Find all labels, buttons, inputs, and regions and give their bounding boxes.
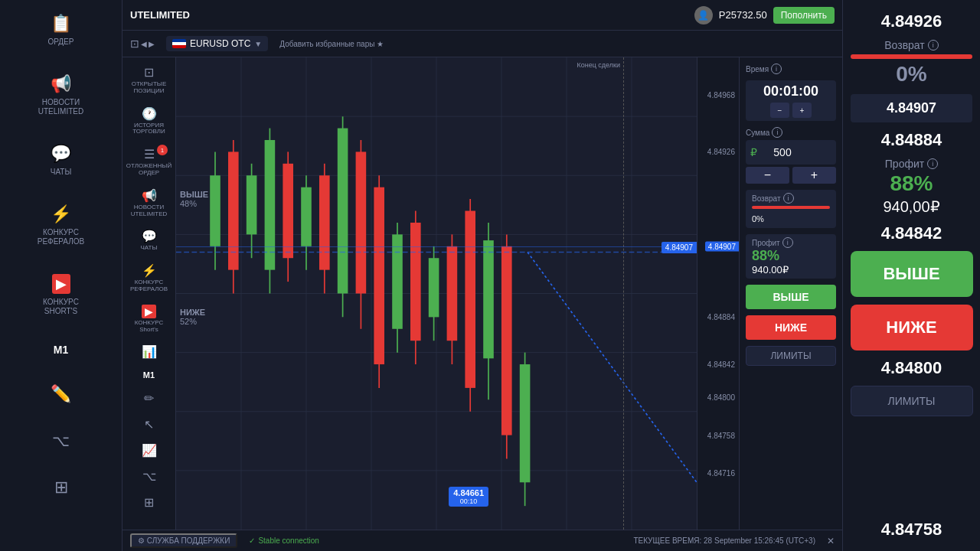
chart-drawing[interactable]: ✏ <box>122 387 175 409</box>
sidebar-item-layers[interactable]: ⊞ <box>0 471 122 504</box>
profit-info-icon: i <box>782 237 793 248</box>
price-scale-5: 4.84842 <box>707 360 735 369</box>
candles-label: Конец сделки <box>577 61 620 69</box>
chart-open-positions[interactable]: ⊡ ОТКРЫТЫЕПОЗИЦИИ <box>122 61 175 99</box>
cursor-icon: ↖ <box>144 417 154 432</box>
toolbar-nav-prev[interactable]: ◀ <box>141 40 147 48</box>
right-return-section: Возврат i 0% <box>851 39 972 86</box>
top-bar-right: 👤 P25732.50 Пополнить <box>694 6 835 24</box>
profit-percent: 88% <box>752 248 830 264</box>
chart-chats-label: ЧАТЫ <box>140 245 157 252</box>
svg-rect-35 <box>392 234 403 328</box>
right-price-panel: 4.84926 Возврат i 0% 4.84907 4.84884 Про… <box>842 0 980 551</box>
right-down-button[interactable]: НИЖЕ <box>851 305 973 350</box>
pending-wrap: ☰ ОТЛОЖЕННЫЙОРДЕР 1 <box>122 143 175 181</box>
edit-icon: ✏️ <box>51 384 71 404</box>
chart-history[interactable]: 🕐 ИСТОРИЯТОРГОВЛИ <box>122 103 175 140</box>
nizhe-text: НИЖЕ <box>180 308 205 317</box>
youtube-icon: ▶ <box>52 274 70 294</box>
chart-toolbar: ⊡ ◀ ▶ EURUSD OTC ▼ Добавить избранные па… <box>122 31 842 57</box>
price-scale-7: 4.84758 <box>707 431 735 439</box>
time-increase-btn[interactable]: + <box>792 103 812 118</box>
trade-down-button[interactable]: НИЖЕ <box>746 315 836 340</box>
price-scale-1: 4.84968 <box>707 91 735 99</box>
chart-trident[interactable]: ⌥ <box>122 465 175 487</box>
sidebar-item-trident[interactable]: ⌥ <box>0 425 122 456</box>
chart-cursor[interactable]: ↖ <box>122 413 175 435</box>
sidebar-label-chats: ЧАТЫ <box>51 168 72 177</box>
svg-rect-15 <box>210 175 220 246</box>
svg-rect-21 <box>265 140 276 270</box>
trade-up-button[interactable]: ВЫШЕ <box>746 285 836 309</box>
price-line <box>176 246 697 247</box>
right-limits-button[interactable]: ЛИМИТЫ <box>851 386 973 416</box>
return-label: Возврат i <box>752 193 830 204</box>
toolbar-icon-1[interactable]: ⊡ <box>130 37 139 50</box>
sidebar-item-competition[interactable]: ⚡ КОНКУРСРЕФЕРАЛОВ <box>0 198 122 253</box>
chart-youtube[interactable]: ▶ КОНКУРСShort's <box>122 301 175 337</box>
sidebar-item-m1[interactable]: M1 <box>0 337 122 363</box>
bottom-price-value: 4.84661 <box>453 488 484 497</box>
sidebar-item-order[interactable]: 📋 ОРДЕР <box>0 8 122 53</box>
toolbar-nav-next[interactable]: ▶ <box>149 40 155 48</box>
chart-news[interactable]: 📢 НОВОСТИUTELIMITED <box>122 184 175 222</box>
pair-dropdown-icon: ▼ <box>254 40 262 48</box>
svg-rect-23 <box>283 164 293 258</box>
chart-inner: ⊡ ОТКРЫТЫЕПОЗИЦИИ 🕐 ИСТОРИЯТОРГОВЛИ ☰ ОТ… <box>122 57 842 530</box>
pair-selector[interactable]: EURUSD OTC ▼ <box>166 36 268 51</box>
chart-canvas-area[interactable]: ВЫШЕ 48% НИЖЕ 52% Конец сделки <box>176 57 697 530</box>
limits-button[interactable]: ЛИМИТЫ <box>746 346 836 366</box>
return-info-icon: i <box>783 193 794 204</box>
amount-section: Сумма i ₽ − + <box>746 127 836 184</box>
right-up-button[interactable]: ВЫШЕ <box>851 251 973 297</box>
brand-name: UTELIMITED <box>130 9 190 21</box>
chart-referral-label: КОНКУРСРЕФЕРАЛОВ <box>130 279 168 293</box>
chart-timeframe-label: M1 <box>143 370 155 380</box>
svg-line-51 <box>528 253 697 483</box>
sidebar-item-chats[interactable]: 💬 ЧАТЫ <box>0 138 122 183</box>
right-price-5: 4.84800 <box>881 358 942 378</box>
return-percent: 0% <box>752 214 764 223</box>
chart-layers[interactable]: ⊞ <box>122 491 175 514</box>
chart-indicator2[interactable]: 📈 <box>122 439 175 461</box>
svg-rect-41 <box>447 246 458 341</box>
right-price-4: 4.84842 <box>881 223 942 243</box>
open-positions-wrap: ⊡ ОТКРЫТЫЕПОЗИЦИИ <box>122 61 175 99</box>
deposit-button[interactable]: Пополнить <box>773 7 835 24</box>
amount-increase-btn[interactable]: + <box>792 167 836 184</box>
connection-icon: ✓ <box>249 536 255 545</box>
support-button[interactable]: ⚙ СЛУЖБА ПОДДЕРЖКИ <box>130 533 237 548</box>
sidebar-item-news[interactable]: 📢 НОВОСТИUTELIMITED <box>0 68 122 122</box>
amount-decrease-btn[interactable]: − <box>746 167 789 184</box>
close-timezone-btn[interactable]: ✕ <box>827 536 835 546</box>
chart-timeframe[interactable]: M1 <box>122 367 175 383</box>
sidebar-item-youtube[interactable]: ▶ КОНКУРСShort's <box>0 268 122 322</box>
chart-price-scale: 4.84968 4.84926 4.84907 4.84884 4.84842 … <box>697 57 739 530</box>
add-favorites[interactable]: Добавить избранные пары ★ <box>279 40 384 48</box>
chart-referral[interactable]: ⚡ КОНКУРСРЕФЕРАЛОВ <box>122 259 175 297</box>
time-decrease-btn[interactable]: − <box>770 103 789 118</box>
chart-barchart[interactable]: 📊 <box>122 341 175 363</box>
right-price-3: 4.84884 <box>881 130 942 150</box>
pair-name: EURUSD OTC <box>190 38 250 49</box>
svg-rect-19 <box>247 175 257 234</box>
return-bar <box>752 206 830 209</box>
amount-input-field[interactable] <box>760 142 805 162</box>
trading-panel: Время i 00:01:00 − + Сумма i <box>739 57 842 530</box>
history-icon: 🕐 <box>142 106 157 121</box>
drawing-icon: ✏ <box>144 391 154 406</box>
vyishe-text: ВЫШЕ <box>180 190 208 199</box>
open-positions-icon: ⊡ <box>144 65 154 80</box>
right-price-1: 4.84926 <box>881 11 942 31</box>
chart-chats[interactable]: 💬 ЧАТЫ <box>122 225 175 256</box>
current-time-label: ТЕКУЩЕЕ ВРЕМЯ: 28 September 15:26:45 (UT… <box>633 536 815 545</box>
profit-section: Профит i 88% 940.00₽ <box>746 234 836 279</box>
sidebar-item-edit[interactable]: ✏️ <box>0 378 122 410</box>
vyishe-percent: 48% <box>180 199 208 208</box>
chart-news-icon: 📢 <box>142 188 157 203</box>
right-profit-label-row: Профит i <box>885 158 938 170</box>
avatar[interactable]: 👤 <box>694 6 713 24</box>
pending-icon: ☰ <box>144 147 155 161</box>
time-info-icon: i <box>771 64 782 74</box>
right-profit-info: i <box>927 158 938 169</box>
